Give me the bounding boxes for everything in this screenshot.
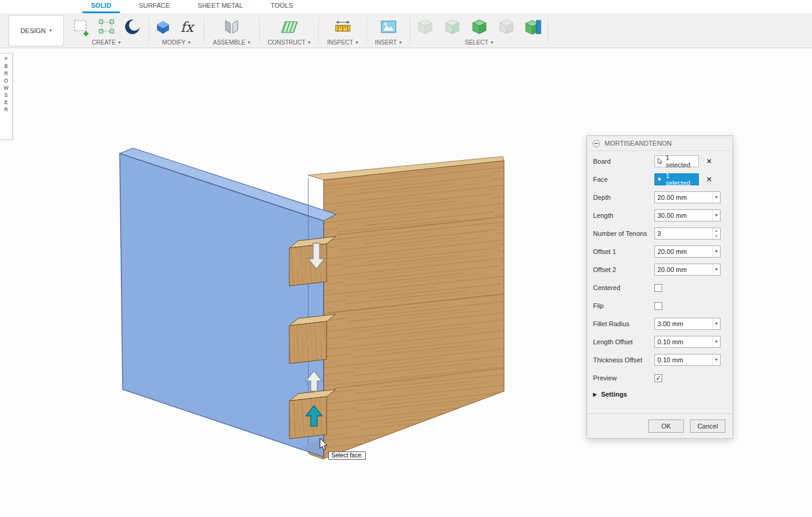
length-row: Length ▾: [587, 206, 733, 224]
board-selection-button[interactable]: 1 selected: [654, 155, 699, 167]
chevron-down-icon[interactable]: ▾: [712, 354, 720, 365]
number-of-tenons-stepper[interactable]: ▴ ▾: [654, 228, 721, 240]
tab-sheet-metal[interactable]: SHEET METAL: [189, 0, 251, 13]
length-offset-value[interactable]: [655, 336, 712, 347]
depth-label: Depth: [593, 194, 654, 201]
svg-text:fx: fx: [180, 19, 195, 35]
toolbar-separator: [548, 17, 549, 43]
expand-arrows-icon: »: [4, 55, 8, 61]
browser-label: BROWSER: [3, 63, 9, 114]
workspace-tab-bar: SOLID SURFACE SHEET METAL TOOLS: [0, 0, 812, 13]
face-selection-button[interactable]: 1 selected: [654, 173, 699, 185]
create-sketch-icon[interactable]: [72, 17, 91, 37]
centered-checkbox[interactable]: [654, 284, 662, 292]
tab-surface[interactable]: SURFACE: [131, 0, 179, 13]
flip-checkbox[interactable]: [654, 302, 662, 310]
select-cube-icon-5[interactable]: [524, 18, 543, 36]
insert-image-icon[interactable]: [379, 17, 398, 37]
fillet-radius-value[interactable]: [655, 318, 712, 329]
number-of-tenons-value[interactable]: [655, 228, 712, 239]
select-cube-icon-2: [443, 18, 461, 36]
ok-button[interactable]: OK: [648, 419, 684, 433]
fillet-radius-label: Fillet Radius: [593, 320, 654, 327]
create-menu[interactable]: CREATE ▾: [64, 39, 149, 48]
parameters-fx-icon[interactable]: fx: [179, 17, 199, 37]
fillet-radius-input[interactable]: ▾: [654, 318, 721, 330]
dialog-title: MORTISEANDTENON: [604, 140, 672, 147]
construct-label: CONSTRUCT: [268, 39, 306, 46]
spinner-down-icon[interactable]: ▾: [713, 234, 720, 239]
offset-2-value[interactable]: [655, 264, 712, 275]
offset-1-value[interactable]: [655, 246, 712, 257]
chevron-down-icon[interactable]: ▾: [712, 210, 720, 221]
thickness-offset-input[interactable]: ▾: [654, 354, 721, 366]
browser-panel-toggle[interactable]: » BROWSER: [0, 53, 13, 140]
tab-tools[interactable]: TOOLS: [262, 0, 301, 13]
assemble-menu[interactable]: ASSEMBLE ▾: [204, 39, 259, 48]
chevron-down-icon[interactable]: ▾: [712, 336, 720, 347]
offset-1-label: Offset 1: [593, 248, 654, 255]
wood-board[interactable]: [308, 156, 504, 459]
design-workspace-menu[interactable]: DESIGN ▾: [8, 15, 64, 46]
chevron-down-icon[interactable]: ▾: [712, 318, 720, 329]
chevron-down-icon: ▾: [399, 40, 402, 45]
select-cube-icon-1: [416, 18, 434, 36]
depth-value[interactable]: [655, 192, 712, 203]
chevron-down-icon: ▾: [118, 40, 120, 45]
design-menu-label: DESIGN: [20, 27, 46, 34]
toolbar-group-select: SELECT ▾: [410, 13, 548, 48]
toolbar-group-construct: CONSTRUCT ▾: [260, 13, 318, 48]
insert-menu[interactable]: INSERT ▾: [367, 39, 410, 48]
preview-row: Preview ✓: [587, 369, 733, 387]
inspect-menu[interactable]: INSPECT ▾: [319, 39, 366, 48]
cancel-button[interactable]: Cancel: [690, 419, 725, 433]
settings-label: Settings: [601, 391, 627, 398]
measure-icon[interactable]: [333, 17, 352, 37]
face-selection-count: 1 selected: [666, 172, 695, 187]
chevron-down-icon: ▾: [355, 40, 358, 45]
chevron-down-icon[interactable]: ▾: [712, 192, 720, 203]
number-of-tenons-row: Number of Tenons ▴ ▾: [587, 224, 733, 243]
preview-checkbox[interactable]: ✓: [654, 374, 662, 382]
length-input[interactable]: ▾: [654, 209, 721, 221]
chevron-down-icon[interactable]: ▾: [712, 264, 720, 275]
joint-icon[interactable]: [222, 17, 241, 37]
offset-2-input[interactable]: ▾: [654, 264, 721, 276]
construct-menu[interactable]: CONSTRUCT ▾: [260, 39, 318, 48]
length-offset-input[interactable]: ▾: [654, 336, 721, 348]
dialog-footer: OK Cancel: [587, 413, 733, 438]
create-label: CREATE: [92, 39, 116, 46]
thickness-offset-value[interactable]: [655, 354, 712, 365]
clear-board-selection-button[interactable]: ✕: [706, 158, 712, 165]
face-label: Face: [593, 176, 654, 183]
sketch-points-icon[interactable]: [97, 17, 117, 37]
flip-label: Flip: [593, 302, 654, 309]
spinner-up-icon[interactable]: ▴: [713, 228, 720, 234]
length-value[interactable]: [655, 210, 712, 221]
clear-face-selection-button[interactable]: ✕: [706, 176, 712, 183]
offset-2-row: Offset 2 ▾: [587, 261, 733, 279]
centered-label: Centered: [593, 284, 654, 291]
select-menu[interactable]: SELECT ▾: [410, 39, 548, 48]
spinner-buttons[interactable]: ▴ ▾: [712, 228, 720, 239]
select-cube-icon-3[interactable]: [470, 18, 488, 36]
create-form-icon[interactable]: [123, 18, 141, 36]
modify-menu[interactable]: MODIFY ▾: [149, 39, 203, 48]
depth-input[interactable]: ▾: [654, 191, 721, 203]
collapse-icon[interactable]: [592, 140, 600, 147]
inspect-label: INSPECT: [327, 39, 353, 46]
dialog-body: Board 1 selected ✕ Face: [587, 151, 733, 401]
press-pull-icon[interactable]: [153, 17, 173, 37]
toolbar-group-create: CREATE ▾: [64, 13, 149, 48]
construction-plane-icon[interactable]: [279, 17, 300, 37]
offset-1-input[interactable]: ▾: [654, 246, 721, 258]
number-of-tenons-label: Number of Tenons: [593, 230, 654, 237]
chevron-down-icon: ▾: [188, 40, 190, 45]
select-cube-icon-4: [497, 18, 515, 36]
settings-expander[interactable]: ▶ Settings: [587, 387, 733, 401]
length-label: Length: [593, 212, 654, 219]
fillet-radius-row: Fillet Radius ▾: [587, 315, 733, 333]
dialog-title-bar[interactable]: MORTISEANDTENON: [587, 136, 733, 151]
tab-solid[interactable]: SOLID: [82, 0, 120, 13]
chevron-down-icon[interactable]: ▾: [712, 246, 720, 257]
